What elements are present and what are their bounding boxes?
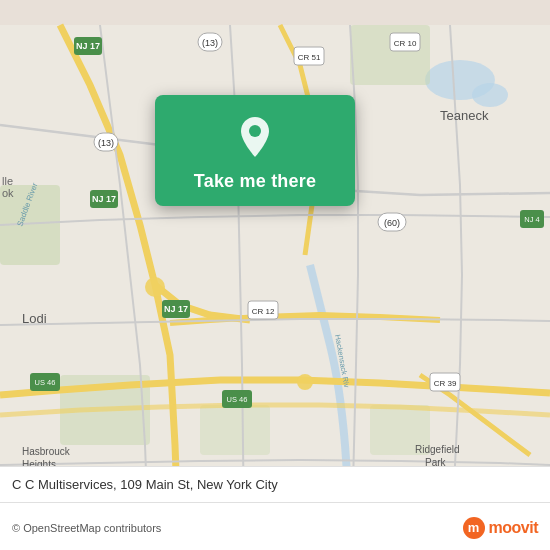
svg-text:Hasbrouck: Hasbrouck (22, 446, 71, 457)
address-text: C C Multiservices, 109 Main St, New York… (12, 477, 278, 492)
svg-text:NJ 17: NJ 17 (164, 304, 188, 314)
moovit-dot-icon: m (463, 517, 485, 539)
svg-rect-6 (200, 405, 270, 455)
svg-point-47 (249, 125, 261, 137)
svg-text:CR 51: CR 51 (298, 53, 321, 62)
svg-text:(13): (13) (98, 138, 114, 148)
moovit-logo: m moovit (463, 517, 538, 539)
location-pin-icon (231, 113, 279, 161)
bottom-bar: © OpenStreetMap contributors m moovit (0, 502, 550, 550)
svg-text:Ridgefield: Ridgefield (415, 444, 459, 455)
map-container: NJ 17 NJ 17 NJ 17 (13) (13) CR 51 CR 10 … (0, 0, 550, 550)
attribution-text: © OpenStreetMap contributors (12, 522, 161, 534)
card-label: Take me there (194, 171, 316, 192)
svg-text:Lodi: Lodi (22, 311, 47, 326)
svg-text:(60): (60) (384, 218, 400, 228)
svg-text:CR 39: CR 39 (434, 379, 457, 388)
svg-text:ok: ok (2, 187, 14, 199)
svg-text:Teaneck: Teaneck (440, 108, 489, 123)
svg-text:NJ 4: NJ 4 (524, 215, 539, 224)
svg-text:US 46: US 46 (227, 395, 248, 404)
svg-point-9 (297, 374, 313, 390)
svg-text:US 46: US 46 (35, 378, 56, 387)
address-bar: C C Multiservices, 109 Main St, New York… (0, 466, 550, 502)
svg-point-8 (145, 277, 165, 297)
moovit-dot-letter: m (468, 520, 480, 535)
svg-text:CR 10: CR 10 (394, 39, 417, 48)
svg-text:NJ 17: NJ 17 (76, 41, 100, 51)
svg-text:CR 12: CR 12 (252, 307, 275, 316)
svg-text:NJ 17: NJ 17 (92, 194, 116, 204)
moovit-logo-text: moovit (489, 519, 538, 537)
svg-text:(13): (13) (202, 38, 218, 48)
svg-point-2 (472, 83, 508, 107)
svg-text:lle: lle (2, 175, 13, 187)
location-card[interactable]: Take me there (155, 95, 355, 206)
